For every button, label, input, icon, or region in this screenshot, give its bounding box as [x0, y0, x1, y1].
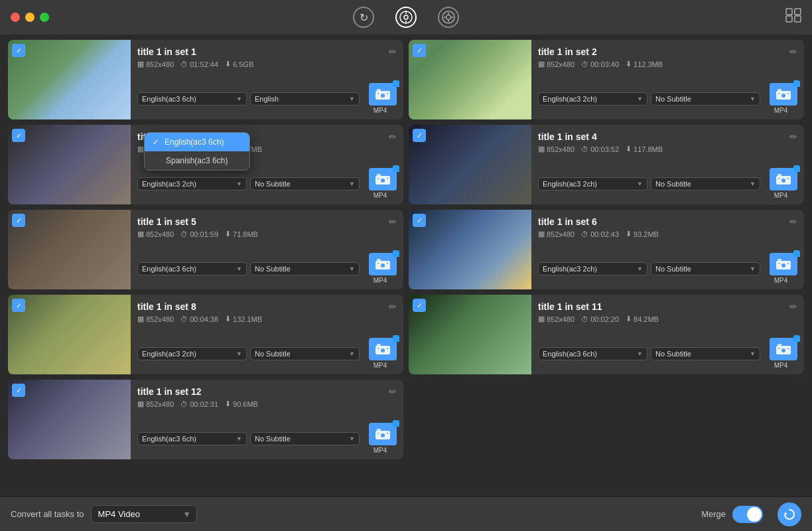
video-info: title 1 in set 6 ✏ ▦ 852x480 ⏱ 00:02:43 … — [531, 210, 804, 289]
edit-icon[interactable]: ✏ — [389, 216, 397, 227]
svg-point-37 — [377, 263, 379, 264]
dropdown-option-english[interactable]: ✓ English(ac3 6ch) — [145, 133, 249, 151]
audio-dropdown[interactable]: English(ac3 2ch) ▼ — [137, 177, 247, 190]
filesize-value: 117.8MB — [634, 145, 663, 153]
video-thumbnail: ✓ — [8, 210, 131, 289]
check-badge[interactable]: ✓ — [413, 299, 426, 312]
check-badge[interactable]: ✓ — [413, 129, 426, 142]
duration-value: 00:01:59 — [190, 230, 218, 238]
video-item: ✓ title 1 in set 1 ✏ ▦ 852x480 ⏱ 01:52:4… — [8, 40, 403, 119]
video-meta: ▦ 852x480 ⏱ 00:04:38 ⬇ 132.1MB — [137, 315, 397, 323]
audio-dropdown[interactable]: English(ac3 2ch) ▼ — [538, 177, 647, 190]
video-list: ✓ title 1 in set 1 ✏ ▦ 852x480 ⏱ 01:52:4… — [0, 35, 812, 496]
audio-dropdown-arrow: ▼ — [637, 96, 643, 102]
video-meta: ▦ 852x480 ⏱ 00:03:52 ⬇ 117.8MB — [538, 145, 797, 153]
edit-icon[interactable]: ✏ — [789, 46, 797, 57]
subtitle-dropdown[interactable]: No Subtitle ▼ — [651, 92, 760, 106]
toggle-knob — [747, 507, 762, 522]
format-label: MP4 — [373, 277, 387, 284]
audio-dropdown[interactable]: English(ac3 6ch) ▼ — [137, 92, 247, 106]
audio-dropdown[interactable]: English(ac3 6ch) ▼ — [137, 262, 247, 275]
duration-value: 00:02:20 — [590, 315, 619, 323]
check-badge[interactable]: ✓ — [12, 129, 25, 142]
video-bottom: English(ac3 2ch) ▼ No Subtitle ▼ — [137, 338, 397, 369]
audio-value: English(ac3 2ch) — [543, 180, 597, 188]
dropdown-option-spanish[interactable]: Spanish(ac3 6ch) — [145, 151, 249, 170]
subtitle-value: No Subtitle — [655, 265, 691, 273]
format-select-arrow: ▼ — [183, 510, 191, 519]
duration-value: 00:03:40 — [590, 60, 619, 68]
svg-point-41 — [781, 264, 785, 267]
merge-toggle[interactable] — [732, 506, 763, 523]
subtitle-dropdown-arrow: ▼ — [349, 96, 355, 102]
format-select[interactable]: MP4 Video ▼ — [91, 505, 197, 523]
check-badge[interactable]: ✓ — [12, 214, 25, 227]
edit-icon[interactable]: ✏ — [789, 216, 797, 227]
edit-icon[interactable]: ✏ — [389, 386, 397, 397]
resolution-value: 852x480 — [547, 315, 575, 323]
check-badge[interactable]: ✓ — [12, 384, 25, 397]
video-title-row: title 1 in set 5 ✏ — [137, 216, 397, 230]
svg-rect-30 — [778, 174, 781, 177]
format-badge: MP4 — [764, 338, 797, 369]
check-badge[interactable]: ✓ — [413, 44, 426, 57]
subtitle-dropdown[interactable]: English ▼ — [250, 92, 360, 106]
subtitle-dropdown[interactable]: No Subtitle ▼ — [250, 432, 360, 445]
layout-icon[interactable] — [785, 8, 801, 27]
video-info: title 1 in set 1 ✏ ▦ 852x480 ⏱ 01:52:44 … — [131, 40, 403, 119]
filesize-meta: ⬇ 93.2MB — [626, 230, 659, 238]
resolution-meta: ▦ 852x480 — [538, 315, 575, 323]
duration-value: 00:02:43 — [590, 230, 619, 238]
disc-icon[interactable] — [395, 7, 417, 28]
clock-icon: ⏱ — [581, 145, 588, 153]
video-title-row: title 1 in set 12 ✏ — [137, 386, 397, 400]
video-meta: ▦ 852x480 ⏱ 01:52:44 ⬇ 6.5GB — [137, 60, 397, 68]
edit-icon[interactable]: ✏ — [789, 131, 797, 142]
minimize-button[interactable] — [25, 13, 34, 22]
svg-point-22 — [778, 93, 779, 94]
subtitle-dropdown[interactable]: No Subtitle ▼ — [651, 177, 760, 190]
close-button[interactable] — [11, 13, 20, 22]
svg-point-57 — [377, 433, 379, 434]
audio-value: English(ac3 6ch) — [543, 350, 597, 358]
video-title: title 1 in set 2 — [538, 46, 597, 57]
subtitle-dropdown[interactable]: No Subtitle ▼ — [651, 347, 760, 360]
svg-rect-45 — [377, 344, 381, 346]
edit-icon[interactable]: ✏ — [389, 46, 397, 57]
maximize-button[interactable] — [40, 13, 49, 22]
video-info: title 1 in set 2 ✏ ▦ 852x480 ⏱ 00:03:40 … — [531, 40, 804, 119]
film-icon[interactable] — [438, 7, 459, 28]
subtitle-dropdown[interactable]: No Subtitle ▼ — [250, 262, 360, 275]
resolution-icon: ▦ — [538, 230, 545, 238]
edit-icon[interactable]: ✏ — [789, 301, 797, 312]
subtitle-dropdown[interactable]: No Subtitle ▼ — [250, 177, 360, 190]
traffic-lights — [11, 13, 49, 22]
subtitle-dropdown[interactable]: No Subtitle ▼ — [651, 262, 760, 275]
check-badge[interactable]: ✓ — [413, 214, 426, 227]
refresh-icon[interactable]: ↻ — [353, 7, 374, 28]
filesize-meta: ⬇ 84.2MB — [626, 315, 659, 323]
format-badge: MP4 — [364, 253, 397, 284]
subtitle-dropdown-arrow: ▼ — [349, 435, 355, 442]
video-title-row: title 1 in set 6 ✏ — [538, 216, 797, 230]
check-badge[interactable]: ✓ — [12, 299, 25, 312]
edit-icon[interactable]: ✏ — [389, 301, 397, 312]
video-thumbnail: ✓ — [409, 295, 531, 374]
audio-dropdown[interactable]: English(ac3 6ch) ▼ — [137, 432, 247, 445]
audio-value: English(ac3 6ch) — [142, 95, 196, 103]
audio-dropdown[interactable]: English(ac3 6ch) ▼ — [538, 347, 647, 360]
svg-rect-55 — [377, 429, 381, 431]
subtitle-dropdown[interactable]: No Subtitle ▼ — [250, 347, 360, 360]
convert-button[interactable] — [778, 502, 801, 526]
edit-icon[interactable]: ✏ — [389, 131, 397, 142]
video-meta: ▦ 852x480 ⏱ 00:02:43 ⬇ 93.2MB — [538, 230, 797, 238]
svg-point-23 — [787, 93, 789, 94]
check-badge[interactable]: ✓ — [12, 44, 25, 57]
audio-dropdown[interactable]: English(ac3 2ch) ▼ — [137, 347, 247, 360]
filesize-value: 84.2MB — [634, 315, 659, 323]
resolution-icon: ▦ — [137, 315, 144, 323]
svg-point-16 — [381, 94, 385, 98]
video-item: ✓ title 1 in set 8 ✏ ▦ 852x480 ⏱ 00:04:3… — [8, 295, 403, 374]
audio-dropdown[interactable]: English(ac3 2ch) ▼ — [538, 92, 647, 106]
audio-dropdown[interactable]: English(ac3 2ch) ▼ — [538, 262, 647, 275]
